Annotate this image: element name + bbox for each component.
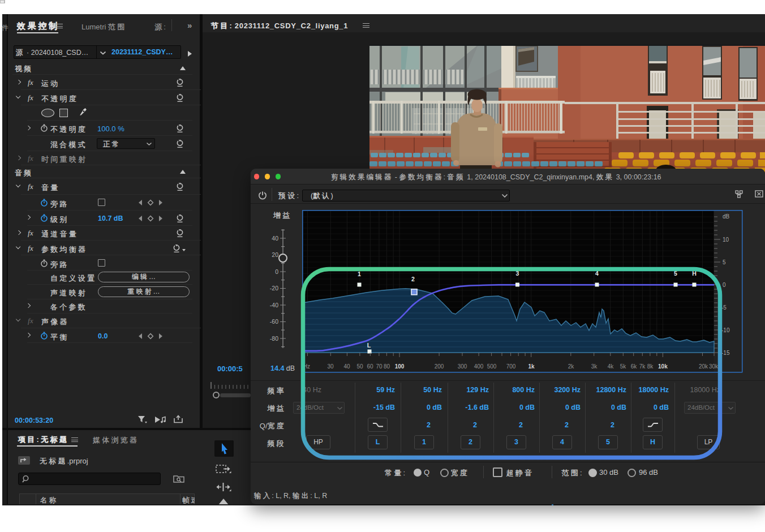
svg-text:10: 10 [723, 237, 729, 243]
svg-text:-60: -60 [270, 318, 278, 325]
svg-text:0: 0 [275, 268, 278, 275]
svg-text:-20: -20 [270, 285, 278, 291]
svg-text:20: 20 [272, 251, 278, 258]
svg-text:40: 40 [272, 235, 278, 242]
svg-text:-40: -40 [270, 302, 278, 308]
svg-text:dB: dB [723, 213, 730, 220]
svg-text:-80: -80 [270, 335, 278, 342]
